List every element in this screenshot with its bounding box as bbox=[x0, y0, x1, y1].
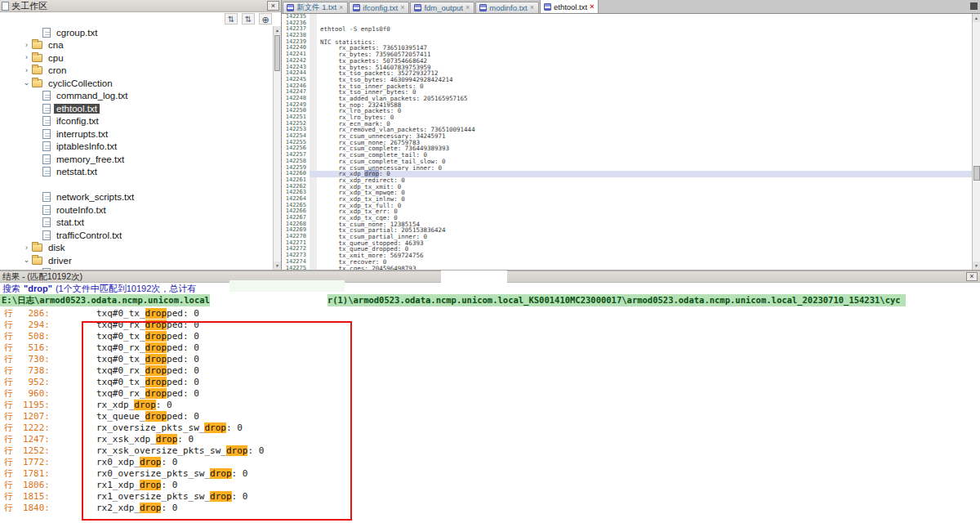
search-result-row[interactable]: 行1195:rx_xdp_drop: 0 bbox=[0, 399, 980, 410]
tab-fdm_output[interactable]: fdm_output× bbox=[410, 2, 474, 13]
tab-新文件 1.txt[interactable]: 新文件 1.txt× bbox=[283, 2, 348, 13]
search-result-row[interactable]: 行1252:rx_xsk_oversize_pkts_sw_drop: 0 bbox=[0, 445, 980, 456]
search-result-row[interactable]: 行1772:rx0_xdp_drop: 0 bbox=[0, 456, 980, 467]
sort-descending-icon[interactable]: ⇅ bbox=[242, 13, 255, 25]
search-result-row[interactable]: 行738:txq#0_rx_dropped: 0 bbox=[0, 364, 980, 376]
tree-file-routeInfo.txt[interactable]: routeInfo.txt bbox=[0, 203, 273, 217]
tab-close-icon[interactable]: × bbox=[530, 4, 534, 11]
line-text: rx_xdp_tx_inlnw: 0 bbox=[310, 196, 972, 203]
tree-file-stat.txt[interactable]: stat.txt bbox=[0, 217, 273, 230]
chevron-right-icon[interactable]: › bbox=[21, 52, 32, 63]
scroll-up-icon[interactable]: ▲ bbox=[274, 26, 281, 34]
tab-ifconfig.txt[interactable]: ifconfig.txt× bbox=[349, 2, 409, 13]
chevron-down-icon[interactable]: ⌄ bbox=[21, 255, 32, 266]
result-line-text: rx1_xdp_drop: 0 bbox=[50, 480, 177, 490]
match-highlight: drop bbox=[140, 480, 162, 490]
editor-scrollbar-thumb[interactable] bbox=[973, 166, 980, 181]
tree-file-memory_free.txt[interactable]: memory_free.txt bbox=[0, 153, 273, 166]
tree-file-trafficControl.txt[interactable]: trafficControl.txt bbox=[0, 229, 273, 242]
tree-folder-cpu[interactable]: ›cpu bbox=[0, 51, 273, 65]
search-result-row[interactable]: 行1815:rx1_oversize_pkts_sw_drop: 0 bbox=[0, 490, 980, 502]
tree-file-netstat.txt[interactable]: netstat.txt bbox=[0, 166, 273, 179]
editor[interactable]: 142235142236142237ethtool -S enp1s0f0142… bbox=[282, 14, 972, 270]
search-result-row[interactable]: 行294:txq#0_rx_dropped: 0 bbox=[0, 319, 980, 330]
workspace-scrollbar-thumb[interactable] bbox=[274, 35, 280, 71]
tree-folder-disk[interactable]: ›disk bbox=[0, 242, 273, 255]
editor-scrollbar[interactable]: ▲ ▼ bbox=[972, 14, 980, 270]
result-text-post: ped: 0 bbox=[167, 342, 199, 353]
result-line-number: 286: bbox=[16, 308, 50, 319]
search-result-row[interactable]: 行516:txq#0_rx_dropped: 0 bbox=[0, 342, 980, 353]
folder-icon bbox=[32, 66, 42, 74]
result-line-label: 行 bbox=[0, 456, 16, 468]
result-line-text: txq#0_rx_dropped: 0 bbox=[50, 342, 199, 353]
result-text-pre: rx_oversize_pkts_sw_ bbox=[96, 422, 204, 433]
search-result-row[interactable]: 行1781:rx0_oversize_pkts_sw_drop: 0 bbox=[0, 467, 980, 479]
match-highlight: drop bbox=[145, 388, 167, 399]
workspace-scrollbar[interactable]: ▲ ▼ bbox=[273, 26, 281, 270]
tree-folder-driver[interactable]: ⌄driver bbox=[0, 254, 273, 267]
scroll-down-icon[interactable]: ▼ bbox=[274, 262, 281, 270]
tab-modinfo.txt[interactable]: modinfo.txt× bbox=[475, 2, 539, 13]
search-result-row[interactable]: 行730:txq#0_tx_dropped: 0 bbox=[0, 353, 980, 364]
search-result-row[interactable]: 行1247:rx_xsk_xdp_drop: 0 bbox=[0, 433, 980, 445]
file-icon bbox=[42, 141, 51, 151]
tab-label: modinfo.txt bbox=[489, 3, 527, 12]
tree-file-command_log.txt[interactable]: command_log.txt bbox=[0, 90, 273, 103]
sort-ascending-icon[interactable]: ⇅ bbox=[225, 13, 238, 25]
chevron-right-icon[interactable]: › bbox=[21, 65, 32, 76]
tree-file-ifconfig.txt[interactable]: ifconfig.txt bbox=[0, 115, 273, 128]
search-result-row[interactable]: 行960:txq#0_rx_dropped: 0 bbox=[0, 387, 980, 399]
tab-close-icon[interactable]: × bbox=[400, 4, 404, 11]
scroll-up-icon[interactable]: ▲ bbox=[973, 14, 980, 22]
search-result-file-path[interactable]: E:\日志\armod0523.odata.ncmp.unicom.localr… bbox=[0, 294, 906, 306]
search-result-row[interactable]: 行1840:rx2_xdp_drop: 0 bbox=[0, 502, 980, 513]
search-result-row[interactable]: 行952:txq#0_tx_dropped: 0 bbox=[0, 376, 980, 387]
tree-file-cgroup.txt[interactable]: cgroup.txt bbox=[0, 26, 273, 39]
tab-list-button[interactable] bbox=[970, 2, 978, 10]
file-icon bbox=[42, 104, 51, 114]
editor-line[interactable]: 142238 bbox=[282, 33, 972, 39]
search-result-row[interactable]: 行1207:tx_queue_dropped: 0 bbox=[0, 410, 980, 422]
tab-close-icon[interactable]: × bbox=[590, 3, 594, 11]
tree-folder-cron[interactable]: ›cron bbox=[0, 65, 273, 78]
chevron-right-icon[interactable]: › bbox=[21, 243, 32, 253]
result-line-label: 行 bbox=[0, 387, 16, 400]
result-text-pre: rx_xsk_oversize_pkts_sw_ bbox=[96, 445, 226, 456]
editor-line[interactable]: 142237ethtool -S enp1s0f0 bbox=[282, 26, 972, 33]
tree-folder-cna[interactable]: ›cna bbox=[0, 39, 273, 52]
search-result-row[interactable]: 行286:txq#0_tx_dropped: 0 bbox=[0, 307, 980, 319]
result-line-number: 508: bbox=[16, 331, 50, 342]
tree-folder-cyclicCollection[interactable]: ⌄cyclicCollection bbox=[0, 77, 273, 90]
result-text-pre: rx_xdp_ bbox=[96, 400, 134, 410]
result-text-pre: rx0_xdp_ bbox=[96, 457, 140, 467]
line-text: rx_xdp_tx_mpwqe: 0 bbox=[310, 190, 972, 196]
editor-line[interactable]: 142235 bbox=[282, 14, 972, 20]
result-line-label: 行 bbox=[0, 490, 16, 503]
search-result-row[interactable]: 行1806:rx1_xdp_drop: 0 bbox=[0, 479, 980, 490]
tab-label: 新文件 1.txt bbox=[296, 2, 336, 13]
scroll-down-icon[interactable]: ▼ bbox=[973, 262, 980, 270]
result-text-post: : 0 bbox=[161, 457, 177, 467]
tree-file-network_scripts.txt[interactable]: network_scripts.txt bbox=[0, 191, 273, 204]
locate-current-file-icon[interactable]: ⊕ bbox=[259, 13, 272, 25]
tree-file-iptablesInfo.txt[interactable]: iptablesInfo.txt bbox=[0, 141, 273, 154]
tree-item-label: netstat.txt bbox=[54, 167, 100, 177]
search-result-row[interactable]: 行508:txq#0_tx_dropped: 0 bbox=[0, 330, 980, 342]
result-text-pre: rx0_oversize_pkts_sw_ bbox=[96, 468, 210, 479]
line-text: tx_queue_stopped: 46393 bbox=[310, 240, 972, 247]
search-results-close-button[interactable]: × bbox=[966, 272, 978, 281]
tab-ethtool.txt[interactable]: ethtool.txt× bbox=[540, 0, 599, 13]
workspace-close-button[interactable]: × bbox=[267, 1, 279, 11]
line-text: tx_nop: 232419588 bbox=[310, 102, 972, 109]
result-line-text: tx_queue_dropped: 0 bbox=[50, 411, 199, 422]
tree-file-ethtool.txt[interactable]: ethtool.txt bbox=[0, 102, 273, 115]
match-highlight: drop bbox=[204, 422, 226, 433]
tab-close-icon[interactable]: × bbox=[466, 4, 470, 11]
tab-close-icon[interactable]: × bbox=[339, 4, 343, 11]
chevron-down-icon[interactable]: ⌄ bbox=[21, 78, 32, 88]
chevron-right-icon[interactable]: › bbox=[21, 40, 32, 51]
search-result-row[interactable]: 行1222:rx_oversize_pkts_sw_drop: 0 bbox=[0, 422, 980, 433]
tree-file-interrupts.txt[interactable]: interrupts.txt bbox=[0, 127, 273, 141]
tree-item-label: iptablesInfo.txt bbox=[54, 141, 119, 151]
